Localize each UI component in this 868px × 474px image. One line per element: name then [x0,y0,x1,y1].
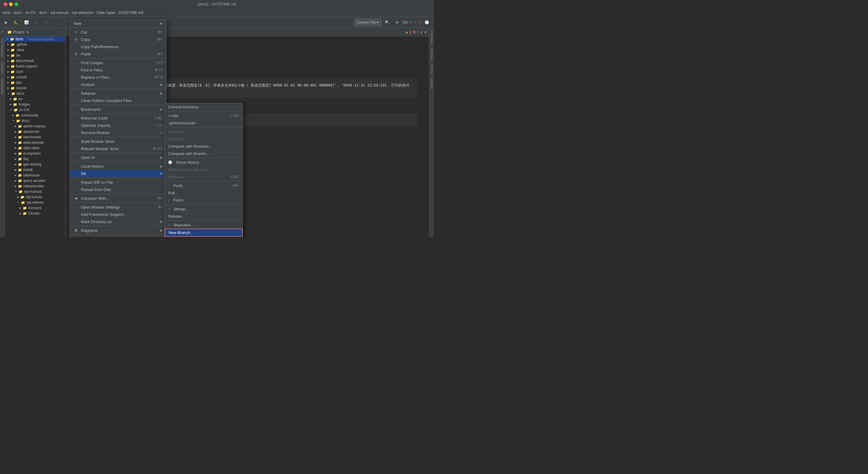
git-menu-branches[interactable]: ⑂ Branches... [164,221,243,229]
menu-item-find-usages[interactable]: Find Usages ⌥F7 [70,59,166,66]
git-menu-compare-branch[interactable]: Compare with Branch... [164,150,243,157]
menu-item-compare-with[interactable]: ◈ Compare With... ⌘D [70,195,166,202]
menu-item-diagrams[interactable]: ⊞ Diagrams ▶ [70,227,166,234]
list-item[interactable]: ▶ 📁 .github [5,42,65,47]
window-controls[interactable] [4,2,18,6]
notifications-icon[interactable]: Notifications [430,30,433,45]
list-item[interactable]: ▼ 📁 docs [5,91,65,96]
git-menu-push[interactable]: ↑ Push... ⇧⌘K [164,182,243,189]
list-item[interactable]: ▶ 📁 community [5,112,65,118]
maximize-button[interactable] [14,2,18,6]
settings-button[interactable]: ⚙ [393,19,401,26]
list-item[interactable]: ▶ 📁 query-acceler [5,178,65,183]
breadcrumb-item[interactable]: doris [2,10,10,15]
menu-item-repair-ide[interactable]: Repair IDE on File [70,178,166,186]
list-item[interactable]: ▶ 📁 contrib [5,74,65,80]
git-menu-merge[interactable]: ⑂ Merge... [164,205,243,212]
panel-options-icon[interactable]: ⋮ [59,30,63,34]
breadcrumb-item[interactable]: zh-CN [25,10,35,15]
menu-item-reformat-code[interactable]: Reformat Code ⌥⌘L [70,114,166,122]
menu-item-bookmarks[interactable]: Bookmarks ▶ [70,106,166,113]
debug-button[interactable]: 🐛 [11,19,21,26]
tree-root[interactable]: ▼ 📁 doris ~/Documents/git/dc [5,36,65,42]
list-item[interactable]: ▼ 📁 sql-referen [5,200,65,205]
list-item[interactable]: ▶ 📁 admin-manua [5,124,65,129]
menu-item-refactor[interactable]: Refactor ▶ [70,90,166,97]
menu-item-analyze[interactable]: Analyze ▶ [70,81,166,88]
git-menu-compare-revision[interactable]: Compare with Revision... [164,142,243,150]
list-item[interactable]: ▶ 📁 benchmark [5,134,65,140]
git-menu-pull[interactable]: Pull... [164,189,243,197]
database-icon[interactable]: Database [430,49,433,61]
list-item[interactable]: ▶ 📁 benchmark [5,58,65,64]
project-icon[interactable]: P [1,30,3,34]
menu-item-optimize-imports[interactable]: Optimize Imports ⌃⌥O [70,122,166,129]
current-file-dropdown[interactable]: Current File ▾ [354,19,382,26]
list-item[interactable]: ▶ 📁 Account [5,205,65,211]
breadcrumb-item[interactable]: docs [39,10,46,15]
git-menu-new-branch[interactable]: New Branch... [164,229,243,237]
list-item[interactable]: ▶ 📁 releasenotes [5,183,65,189]
list-item[interactable]: ▶ 📁 build-support [5,64,65,69]
list-item[interactable]: ▶ 📁 install [5,167,65,172]
profile-button[interactable]: 📊 [22,19,31,26]
breadcrumb-item[interactable]: sql-manual [51,10,68,15]
breadcrumb-item[interactable]: sql-reference [72,10,93,15]
list-item[interactable]: ▶ 📁 advanced [5,129,65,134]
list-item[interactable]: ▼ 📁 zh-CN [5,107,65,112]
breadcrumb-item[interactable]: Data-Types [97,10,115,15]
menu-item-git[interactable]: Git ▶ [70,170,166,177]
list-item[interactable]: ▶ 📁 docker [5,86,65,91]
menu-item-add-framework[interactable]: Add Framework Support... [70,211,166,218]
menu-item-new[interactable]: New ▶ [70,20,166,27]
menu-item-open-in[interactable]: Open In ▶ [70,154,166,161]
menu-item-copy-path[interactable]: Copy Path/Reference... [70,43,166,50]
git-menu-show-history[interactable]: 🕐 Show History [164,159,243,166]
git-menu-new-tag[interactable]: New Tag... [164,237,243,237]
sciview-icon[interactable]: SciView [430,64,433,74]
list-item[interactable]: ▶ 📁 sql-functio [5,194,65,200]
menu-item-open-module-settings[interactable]: Open Module Settings ⌘↓ [70,203,166,211]
nav-down-icon[interactable]: ∨ [424,30,427,34]
close-button[interactable] [4,2,7,6]
git-menu-fetch[interactable]: ↓ Fetch [164,197,243,204]
list-item[interactable]: ▶ 📁 ecosystem [5,151,65,156]
git-menu-commit-directory[interactable]: Commit Directory... [164,103,243,110]
git-menu-gitignore[interactable]: .git/info/exclude [164,119,243,127]
git-history-button[interactable]: 🕐 [422,19,432,26]
list-item[interactable]: ▶ 📁 get-starting [5,162,65,167]
nav-up-icon[interactable]: ∧ [420,30,423,34]
breadcrumb-item[interactable]: docs [14,10,22,15]
list-item[interactable]: ▶ 📁 data-operate [5,140,65,145]
menu-item-reload-disk[interactable]: Reload from Disk [70,186,166,193]
menu-item-clean-python[interactable]: Clean Python Compiled Files [70,97,166,104]
list-item[interactable]: ▼ 📁 sql-manual [5,189,65,194]
menu-item-convert-java[interactable]: Convert Java File to Kotlin File ⌥⌘⇧K [70,236,166,237]
menu-item-rebuild-module[interactable]: Rebuild Module 'doris' ⌘⇧F9 [70,145,166,152]
list-item[interactable]: ▶ 📁 lakehouse [5,172,65,178]
structure-icon[interactable]: Structure [1,62,4,74]
pull-requests-icon[interactable]: Pull Requests [1,38,4,57]
panel-dropdown-icon[interactable]: ▾ [27,30,28,34]
git-menu-rebase[interactable]: Rebase... [164,212,243,220]
run-button[interactable]: ▶ [2,19,10,26]
list-item[interactable]: ▶ 📁 faq [5,156,65,162]
list-item[interactable]: ▶ 📁 be [5,53,65,58]
list-item[interactable]: ▶ 📁 data-table [5,145,65,151]
search-button[interactable]: 🔍 [382,19,392,26]
list-item[interactable]: ▶ 📁 images [5,102,65,107]
menu-item-paste[interactable]: ⎗ Paste ⌘V [70,50,166,58]
menu-item-mark-directory[interactable]: Mark Directory as ▶ [70,218,166,225]
list-item[interactable]: ▼ 📁 docs [5,118,65,124]
breadcrumb-item[interactable]: DATETIME.md [119,10,143,15]
back-button[interactable]: ← [32,19,41,26]
menu-item-cut[interactable]: ✂ Cut ⌘X [70,29,166,36]
minimize-button[interactable] [9,2,13,6]
git-menu-add[interactable]: + Add ⌥⌘A [164,112,243,119]
bookmarks-icon[interactable]: Bookmarks [1,79,4,94]
menu-item-copy[interactable]: ⎘ Copy ⌘C [70,36,166,43]
menu-item-find-in-files[interactable]: Find in Files... ⌘⇧F [70,66,166,73]
menu-item-build-module[interactable]: Build Module 'doris' [70,138,166,145]
list-item[interactable]: ▶ 📁 en [5,96,65,102]
list-item[interactable]: ▶ 📁 Cluster- [5,211,65,216]
